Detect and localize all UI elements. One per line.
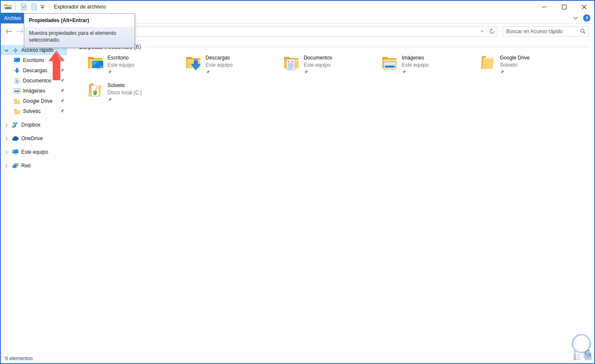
folder-tile-google-drive[interactable]: Google Drive Solvetic — [479, 54, 578, 81]
network-icon — [12, 162, 19, 169]
computer-icon — [12, 149, 19, 155]
tile-name: Solvetic — [107, 82, 142, 88]
sidebar-item-label: Red — [21, 163, 31, 169]
qat-properties-button[interactable] — [19, 2, 29, 12]
desktop-icon — [14, 57, 20, 64]
documents-folder-icon — [283, 55, 299, 76]
sidebar-item-label: Imágenes — [23, 88, 45, 94]
tile-location: Este equipo — [107, 62, 134, 68]
frequent-folders-grid: Escritorio Este equipo — [67, 54, 594, 108]
sidebar-item-label: Este equipo — [21, 149, 48, 155]
chevron-right-icon[interactable] — [4, 123, 8, 127]
downloads-folder-icon — [185, 55, 201, 76]
tooltip-title: Propiedades (Alt+Entrar) — [24, 14, 135, 27]
folder-tile-imagenes[interactable]: Imágenes Este equipo — [381, 54, 479, 81]
folder-icon — [14, 98, 20, 104]
pin-icon — [500, 70, 530, 76]
tile-name: Documentos — [304, 55, 332, 61]
tile-location: Solvetic — [500, 62, 530, 68]
back-button[interactable] — [3, 26, 14, 37]
maximize-button[interactable] — [554, 1, 574, 13]
pin-icon — [206, 70, 232, 76]
tile-name: Imágenes — [402, 55, 429, 61]
tile-name: Descargas — [206, 55, 232, 61]
pin-icon — [107, 97, 142, 103]
media-folder-icon — [87, 83, 103, 104]
minimize-button[interactable] — [534, 1, 554, 13]
pin-icon — [107, 70, 134, 76]
separator — [15, 3, 16, 10]
pin-icon — [60, 99, 65, 104]
qat-new-item-button[interactable] — [29, 2, 39, 12]
group-header-carpetas-frecuentes: Carpetas frecuentes (6) — [71, 43, 588, 50]
group-header-rule — [145, 47, 588, 47]
address-dropdown-chevron-icon[interactable] — [478, 27, 486, 36]
tile-location: Este equipo — [206, 62, 232, 68]
items-view: Carpetas frecuentes (6) — [67, 39, 594, 353]
tooltip-propiedades: Propiedades (Alt+Entrar) Muestra propied… — [24, 13, 135, 48]
sidebar-item-imagenes[interactable]: Imágenes — [1, 86, 67, 96]
document-icon — [14, 77, 20, 84]
folder-tile-escritorio[interactable]: Escritorio Este equipo — [87, 54, 185, 81]
sidebar-item-solvetic[interactable]: Solvetic — [1, 106, 67, 116]
dropbox-icon — [12, 121, 19, 128]
folder-icon — [14, 108, 20, 115]
tile-location: Este equipo — [304, 62, 332, 68]
sidebar-item-red[interactable]: Red — [1, 161, 67, 171]
sidebar-item-label: Dropbox — [21, 122, 40, 128]
sidebar-item-este-equipo[interactable]: Este equipo — [1, 147, 67, 157]
folder-tile-descargas[interactable]: Descargas Este equipo — [185, 54, 283, 81]
quick-access-star-icon — [12, 47, 19, 54]
downloads-icon — [14, 67, 20, 74]
items-count-label: 6 elementos — [5, 356, 33, 361]
tile-name: Escritorio — [107, 55, 134, 61]
pin-icon — [402, 70, 429, 76]
solvetic-watermark-logo — [565, 332, 593, 362]
desktop-folder-icon — [87, 55, 103, 76]
folder-icon — [479, 55, 496, 76]
file-explorer-window: Explorador de archivos Archivo ? — [0, 0, 595, 364]
sidebar-item-label: Solvetic — [23, 108, 41, 114]
onedrive-icon — [12, 135, 19, 142]
pictures-icon — [14, 87, 20, 94]
qat-customize-dropdown[interactable] — [39, 2, 46, 12]
sidebar-item-label: Google Drive — [23, 98, 53, 104]
sidebar-item-onedrive[interactable]: OneDrive — [1, 133, 67, 144]
search-icon[interactable] — [577, 28, 588, 34]
sidebar-item-google-drive[interactable]: Google Drive — [1, 96, 67, 106]
pin-icon — [60, 109, 65, 115]
tile-location: Este equipo — [402, 62, 429, 68]
sidebar-item-label: Documentos — [23, 78, 51, 84]
chevron-right-icon[interactable] — [4, 136, 8, 141]
chevron-down-icon[interactable] — [4, 48, 8, 52]
folder-tile-solvetic[interactable]: Solvetic Disco local (C:) — [87, 82, 185, 108]
sidebar-item-label: Escritorio — [23, 57, 44, 63]
pin-icon — [304, 70, 332, 76]
tooltip-description: Muestra propiedades para el elemento sel… — [24, 27, 135, 48]
help-icon[interactable]: ? — [583, 14, 590, 22]
folder-tile-documentos[interactable]: Documentos Este equipo — [283, 54, 381, 81]
sidebar-item-dropbox[interactable]: Dropbox — [1, 120, 67, 130]
annotation-arrow-up — [48, 51, 65, 82]
sidebar-item-label: Descargas — [23, 68, 47, 73]
pictures-folder-icon — [381, 55, 398, 76]
pin-icon — [60, 88, 65, 94]
window-title: Explorador de archivos — [54, 4, 106, 10]
navigation-pane: Acceso rápido Escritorio — [1, 39, 67, 353]
titlebar: Explorador de archivos — [1, 1, 594, 13]
separator — [49, 3, 49, 10]
status-bar: 6 elementos — [1, 353, 594, 363]
expand-ribbon-chevron-icon[interactable] — [573, 17, 578, 20]
explorer-app-icon — [4, 3, 12, 10]
refresh-icon[interactable] — [487, 27, 497, 36]
close-button[interactable] — [574, 1, 594, 13]
tab-archivo[interactable]: Archivo — [1, 13, 24, 23]
search-box[interactable] — [502, 26, 589, 37]
tile-location: Disco local (C:) — [107, 90, 142, 96]
chevron-right-icon[interactable] — [4, 150, 8, 154]
chevron-right-icon[interactable] — [4, 164, 8, 168]
window-controls — [534, 1, 594, 13]
sidebar-item-label: OneDrive — [21, 135, 43, 141]
search-input[interactable] — [503, 28, 577, 34]
tile-name: Google Drive — [500, 55, 530, 61]
